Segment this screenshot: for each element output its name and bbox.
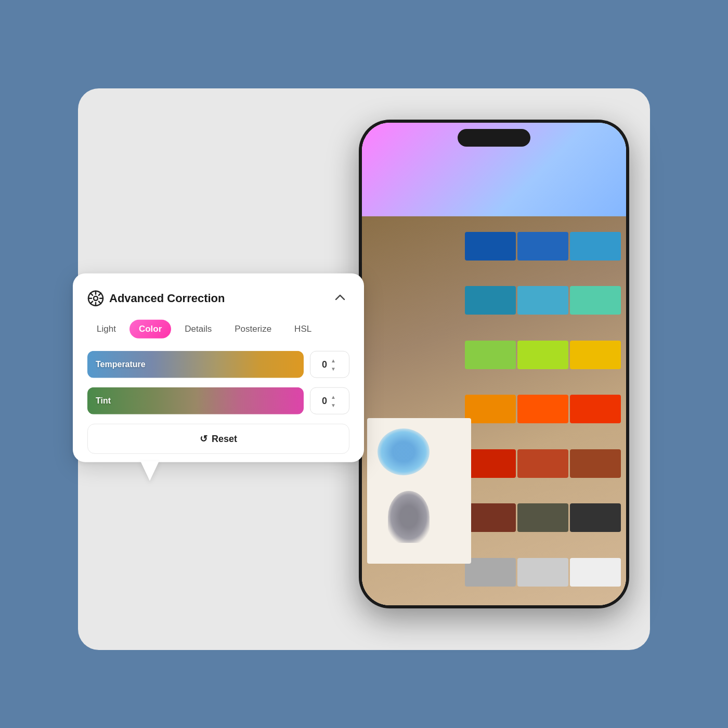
color-block — [465, 503, 516, 532]
color-block — [570, 558, 621, 587]
phone-outer — [359, 120, 629, 608]
watercolor-tree-blue — [378, 428, 430, 475]
svg-line-7 — [99, 301, 101, 303]
chevron-up-icon — [333, 290, 347, 305]
advanced-correction-popup: Advanced Correction Light Color Details … — [73, 274, 364, 462]
tab-color[interactable]: Color — [129, 320, 171, 339]
popup-tail — [140, 461, 159, 481]
color-block — [570, 449, 621, 478]
tint-label: Tint — [96, 396, 111, 406]
tint-value-box: 0 ▲ ▼ — [310, 387, 349, 414]
reset-icon: ↺ — [200, 433, 207, 445]
color-block — [517, 341, 568, 369]
popup-header: Advanced Correction — [87, 288, 349, 308]
color-block — [517, 503, 568, 532]
tint-decrement[interactable]: ▼ — [329, 401, 337, 409]
temperature-increment[interactable]: ▲ — [329, 357, 337, 364]
phone-inner — [362, 123, 626, 605]
svg-point-1 — [94, 296, 98, 300]
tab-hsl[interactable]: HSL — [285, 320, 321, 339]
color-block — [517, 558, 568, 587]
svg-line-6 — [90, 293, 93, 295]
temperature-slider-row: Temperature 0 ▲ ▼ — [87, 351, 349, 378]
reset-button[interactable]: ↺ Reset — [87, 424, 349, 454]
color-block — [570, 232, 621, 261]
color-grid — [460, 227, 626, 605]
temperature-value: 0 — [322, 359, 327, 370]
tab-details[interactable]: Details — [175, 320, 221, 339]
scene: Advanced Correction Light Color Details … — [57, 57, 671, 671]
tint-slider-row: Tint 0 ▲ ▼ — [87, 387, 349, 414]
color-block — [465, 232, 516, 261]
color-block — [465, 286, 516, 315]
color-block — [517, 395, 568, 423]
temperature-slider[interactable]: Temperature — [87, 351, 304, 378]
color-block — [570, 341, 621, 369]
temperature-label: Temperature — [96, 360, 146, 369]
watercolor-tree-dark — [388, 491, 430, 543]
tabs-row: Light Color Details Posterize HSL — [87, 320, 349, 339]
color-block — [517, 286, 568, 315]
temperature-value-box: 0 ▲ ▼ — [310, 351, 349, 378]
temperature-track-container: Temperature 0 ▲ ▼ — [87, 351, 349, 378]
color-block — [570, 286, 621, 315]
phone-mockup — [359, 120, 629, 608]
color-block — [465, 449, 516, 478]
color-block — [570, 503, 621, 532]
tint-gradient — [87, 387, 304, 414]
color-block — [517, 449, 568, 478]
tab-light[interactable]: Light — [87, 320, 125, 339]
tint-track-container: Tint 0 ▲ ▼ — [87, 387, 349, 414]
tint-stepper[interactable]: ▲ ▼ — [329, 393, 337, 409]
popup-title: Advanced Correction — [109, 291, 225, 305]
color-block — [517, 232, 568, 261]
collapse-button[interactable] — [331, 288, 349, 308]
temperature-stepper[interactable]: ▲ ▼ — [329, 357, 337, 372]
color-block — [465, 558, 516, 587]
watercolor-area — [367, 418, 471, 564]
color-block — [570, 395, 621, 423]
phone-notch — [458, 129, 530, 147]
tint-increment[interactable]: ▲ — [329, 393, 337, 400]
reset-label: Reset — [212, 433, 237, 444]
tab-posterize[interactable]: Posterize — [225, 320, 281, 339]
settings-icon — [87, 290, 104, 306]
phone-image — [362, 216, 626, 605]
svg-line-8 — [99, 293, 101, 295]
temperature-decrement[interactable]: ▼ — [329, 365, 337, 372]
color-block — [465, 341, 516, 369]
tint-value: 0 — [322, 395, 327, 406]
color-block — [465, 395, 516, 423]
popup-header-left: Advanced Correction — [87, 290, 225, 306]
tint-slider[interactable]: Tint — [87, 387, 304, 414]
svg-line-9 — [90, 301, 93, 303]
